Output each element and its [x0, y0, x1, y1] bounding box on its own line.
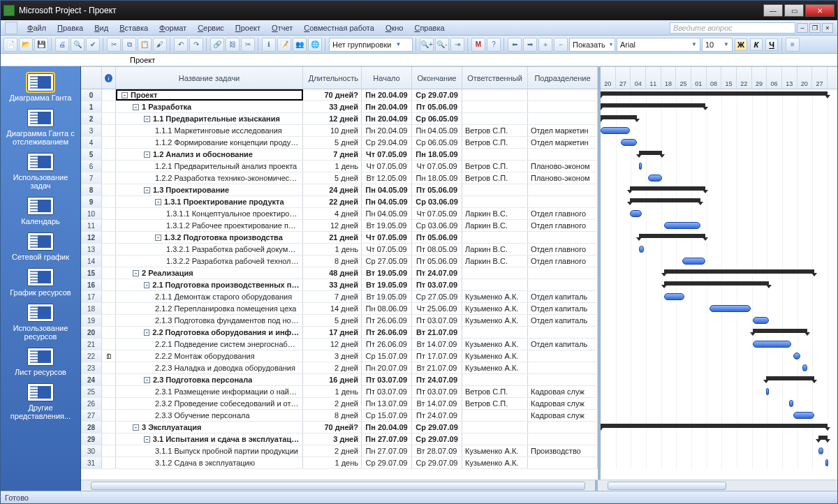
- task-bar[interactable]: [753, 317, 769, 324]
- responsible-cell[interactable]: Ветров С.П.: [462, 161, 528, 172]
- task-name-cell[interactable]: -2 Реализация: [116, 267, 303, 279]
- end-cell[interactable]: Пт 05.06.09: [412, 255, 462, 267]
- duration-cell[interactable]: 33 дней: [303, 101, 362, 112]
- responsible-cell[interactable]: [462, 89, 528, 101]
- department-cell[interactable]: Кадровая служ: [528, 410, 598, 421]
- responsible-cell[interactable]: [462, 196, 528, 207]
- start-cell[interactable]: Пн 13.07.09: [362, 398, 412, 409]
- hide-subtasks-icon[interactable]: －: [554, 38, 568, 52]
- duration-cell[interactable]: 1 день: [303, 386, 362, 397]
- end-cell[interactable]: Вт 21.07.09: [412, 362, 462, 373]
- row-id[interactable]: 5: [81, 149, 102, 160]
- row-id[interactable]: 0: [81, 89, 102, 101]
- task-bar[interactable]: [621, 139, 637, 146]
- start-cell[interactable]: Пт 03.07.09: [362, 374, 412, 385]
- table-row[interactable]: 262.3.2 Проведение собеседований и отбор…: [81, 398, 598, 410]
- table-row[interactable]: 61.2.1 Предварительный анализ проекта1 д…: [81, 161, 598, 172]
- end-cell[interactable]: Пт 05.06.09: [412, 232, 462, 243]
- duration-cell[interactable]: 12 дней: [303, 220, 362, 231]
- row-indicator[interactable]: [102, 172, 116, 184]
- row-id[interactable]: 27: [81, 410, 102, 421]
- row-indicator[interactable]: [102, 433, 116, 445]
- task-bar[interactable]: [682, 258, 705, 265]
- row-indicator[interactable]: [102, 161, 116, 172]
- task-bar[interactable]: [802, 364, 807, 371]
- row-id[interactable]: 31: [81, 457, 102, 468]
- department-cell[interactable]: Отдел капиталь: [528, 303, 598, 314]
- department-cell[interactable]: [528, 422, 598, 433]
- timescale-tick[interactable]: 25: [676, 67, 691, 89]
- end-cell[interactable]: Пт 05.06.09: [412, 184, 462, 195]
- end-cell[interactable]: Вт 21.07.09: [412, 327, 462, 338]
- task-bar[interactable]: [818, 447, 823, 454]
- align-left-icon[interactable]: ≡: [786, 38, 800, 52]
- menu-файл[interactable]: Файл: [22, 22, 52, 34]
- responsible-cell[interactable]: Ларкин В.С.: [462, 244, 528, 255]
- task-bar[interactable]: [766, 388, 769, 395]
- collapse-toggle[interactable]: -: [144, 377, 150, 383]
- task-info-icon[interactable]: ℹ: [262, 38, 276, 52]
- header-duration[interactable]: Длительность: [303, 67, 362, 89]
- header-start[interactable]: Начало: [362, 67, 412, 89]
- start-cell[interactable]: Пн 20.04.09: [362, 125, 412, 136]
- end-cell[interactable]: Чт 07.05.09: [412, 161, 462, 172]
- row-indicator[interactable]: [102, 362, 116, 373]
- duration-cell[interactable]: 7 дней: [303, 291, 362, 302]
- department-cell[interactable]: [528, 232, 598, 243]
- table-row[interactable]: 22🗓2.2.2 Монтаж оборудования3 днейСр 15.…: [81, 350, 598, 362]
- task-name-cell[interactable]: -1.3.2 Подготовка производства: [116, 232, 303, 243]
- row-indicator[interactable]: [102, 125, 116, 136]
- timescale-tick[interactable]: 11: [646, 67, 661, 89]
- collapse-toggle[interactable]: -: [133, 424, 139, 431]
- end-cell[interactable]: Пн 04.05.09: [412, 125, 462, 136]
- duration-cell[interactable]: 3 дней: [303, 433, 362, 445]
- maximize-button[interactable]: ▭: [784, 4, 804, 17]
- task-name-cell[interactable]: 1.1.1 Маркетинговые исследования: [116, 125, 303, 136]
- task-name-cell[interactable]: -2.3 Подготовка персонала: [116, 374, 303, 385]
- row-indicator[interactable]: [102, 184, 116, 195]
- table-row[interactable]: 29-3.1 Испытания и сдача в эксплуатацию3…: [81, 433, 598, 445]
- row-indicator[interactable]: [102, 457, 116, 468]
- department-cell[interactable]: Производство: [528, 445, 598, 457]
- responsible-cell[interactable]: Ларкин В.С.: [462, 255, 528, 267]
- row-id[interactable]: 26: [81, 398, 102, 409]
- menu-отчет[interactable]: Отчет: [266, 22, 298, 34]
- table-hscroll[interactable]: [81, 480, 598, 491]
- start-cell[interactable]: Ср 27.05.09: [362, 255, 412, 267]
- start-cell[interactable]: Ср 15.07.09: [362, 350, 412, 362]
- row-indicator[interactable]: [102, 327, 116, 338]
- task-bar[interactable]: [664, 293, 684, 300]
- row-id[interactable]: 12: [81, 232, 102, 243]
- menu-справка[interactable]: Справка: [409, 22, 450, 34]
- paste-icon[interactable]: 📋: [138, 38, 152, 52]
- timescale-tick[interactable]: 01: [691, 67, 707, 89]
- timescale-tick[interactable]: 18: [661, 67, 677, 89]
- row-id[interactable]: 29: [81, 433, 102, 445]
- duration-cell[interactable]: 2 дней: [303, 362, 362, 373]
- department-cell[interactable]: Отдел капиталь: [528, 291, 598, 302]
- collapse-toggle[interactable]: -: [144, 329, 149, 336]
- department-cell[interactable]: [528, 279, 598, 290]
- task-bar[interactable]: [710, 305, 751, 312]
- duration-cell[interactable]: 22 дней: [303, 196, 362, 207]
- duration-cell[interactable]: 1 день: [303, 161, 362, 172]
- menu-вид[interactable]: Вид: [89, 22, 114, 34]
- end-cell[interactable]: Пт 03.07.09: [412, 386, 462, 397]
- end-cell[interactable]: Пт 05.06.09: [412, 101, 462, 112]
- row-indicator[interactable]: [102, 303, 116, 314]
- timescale-tick[interactable]: 22: [737, 67, 752, 89]
- italic-button[interactable]: К: [750, 38, 763, 51]
- unlink-task-icon[interactable]: ⛓: [226, 38, 240, 52]
- end-cell[interactable]: Ср 29.07.09: [412, 433, 462, 445]
- start-cell[interactable]: Пт 26.06.09: [362, 327, 412, 338]
- row-indicator[interactable]: [102, 232, 116, 243]
- spellcheck-icon[interactable]: ✔: [86, 38, 100, 52]
- responsible-cell[interactable]: Кузьменко А.К.: [462, 445, 528, 457]
- row-id[interactable]: 28: [81, 422, 102, 433]
- collapse-toggle[interactable]: -: [155, 235, 161, 241]
- undo-icon[interactable]: ↶: [174, 38, 188, 52]
- collapse-toggle[interactable]: -: [144, 282, 149, 288]
- publish-icon[interactable]: 🌐: [308, 38, 322, 52]
- end-cell[interactable]: Ср 27.05.09: [412, 291, 462, 302]
- duration-cell[interactable]: 48 дней: [303, 267, 362, 279]
